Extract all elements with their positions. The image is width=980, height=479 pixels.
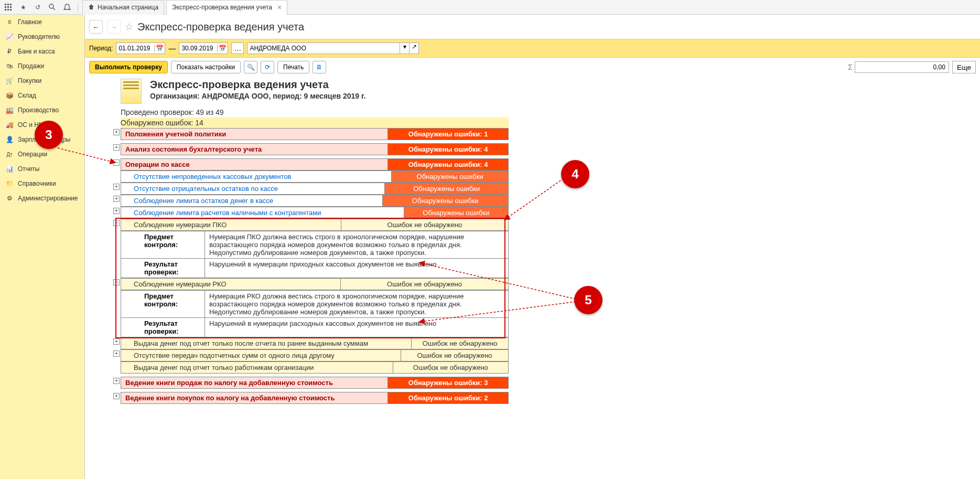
truck-icon: 🚚: [5, 121, 14, 129]
history-icon[interactable]: ↺: [31, 1, 44, 14]
collapse-toggle[interactable]: −: [113, 220, 120, 226]
top-toolbar: ★ ↺ Начальная страница Экспресс-проверка…: [0, 0, 980, 15]
expand-toggle[interactable]: +: [113, 129, 120, 135]
forward-button[interactable]: →: [107, 20, 121, 34]
check-name[interactable]: Выдача денег под отчет только после отче…: [121, 338, 412, 349]
date-to-input[interactable]: 📅: [179, 42, 228, 54]
favorite-icon[interactable]: ☆: [125, 21, 133, 33]
collapse-toggle[interactable]: −: [113, 159, 120, 166]
svg-rect-1: [7, 4, 9, 5]
apps-icon[interactable]: [2, 1, 15, 14]
errors-found: Обнаружено ошибок: 14: [121, 118, 509, 128]
bell-icon[interactable]: [61, 1, 73, 14]
section-status: Обнаружены ошибки: 1: [388, 129, 509, 140]
svg-rect-3: [5, 6, 6, 8]
print-button[interactable]: Печать: [277, 61, 309, 73]
back-button[interactable]: ←: [89, 20, 103, 34]
report-title: Экспресс-проверка ведения учета: [150, 79, 365, 91]
section-status: Обнаружены ошибки: 3: [388, 377, 509, 389]
tab-current-label: Экспресс-проверка ведения учета: [172, 4, 272, 11]
sidebar-item-sales[interactable]: 🛍Продажи: [0, 59, 84, 73]
svg-rect-2: [10, 4, 12, 5]
tab-current[interactable]: Экспресс-проверка ведения учета ×: [166, 0, 287, 15]
date-to-field[interactable]: [179, 45, 217, 52]
section-name[interactable]: Анализ состояния бухгалтерского учета: [121, 144, 388, 155]
tab-home[interactable]: Начальная страница: [82, 0, 164, 15]
bars-icon: 📊: [5, 165, 14, 173]
check-name[interactable]: Соблюдение нумерации РКО: [121, 279, 341, 290]
sidebar-item-operations[interactable]: ДтОперации: [0, 147, 84, 162]
period-picker-button[interactable]: …: [231, 42, 244, 54]
expand-toggle[interactable]: +: [113, 184, 120, 190]
check-status: Ошибок не обнаружено: [341, 219, 508, 231]
search-icon[interactable]: [46, 1, 59, 14]
section-name[interactable]: Ведение книги покупок по налогу на добав…: [121, 392, 388, 404]
sidebar-item-refs[interactable]: 📁Справочники: [0, 176, 84, 191]
period-label: Период:: [89, 45, 113, 52]
sidebar-item-main[interactable]: ≡Главное: [0, 15, 84, 29]
expand-toggle[interactable]: +: [113, 144, 120, 151]
divider: [78, 2, 78, 13]
sidebar-item-admin[interactable]: ⚙Администрирование: [0, 191, 84, 206]
check-status: Обнаружены ошибки: [385, 183, 509, 195]
show-settings-button[interactable]: Показать настройки: [171, 61, 241, 73]
check-status: Ошибок не обнаружено: [341, 279, 509, 290]
expand-toggle[interactable]: +: [113, 196, 120, 202]
section-name[interactable]: Положения учетной политики: [121, 129, 388, 140]
check-name[interactable]: Отсутствие отрицательных остатков по кас…: [121, 183, 385, 195]
sidebar-item-reports[interactable]: 📊Отчеты: [0, 162, 84, 176]
sidebar: ≡Главное 📈Руководителю ₽Банк и касса 🛍Пр…: [0, 15, 85, 479]
chart-icon: 📈: [5, 33, 14, 41]
section-name[interactable]: Операции по кассе: [121, 159, 388, 171]
action-row: Выполнить проверку Показать настройки 🔍 …: [85, 58, 980, 77]
check-name[interactable]: Выдача денег под отчет только работникам…: [121, 362, 393, 374]
sidebar-item-purchases[interactable]: 🛒Покупки: [0, 73, 84, 88]
calendar-icon[interactable]: 📅: [154, 45, 165, 52]
svg-rect-7: [7, 9, 9, 10]
close-icon[interactable]: ×: [277, 3, 282, 12]
check-name[interactable]: Отсутствие передач подотчетных сумм от о…: [121, 350, 401, 361]
section-name[interactable]: Ведение книги продаж по налогу на добавл…: [121, 377, 388, 389]
expand-toggle[interactable]: +: [113, 350, 120, 357]
filter-row: Период: 📅 — 📅 … ▾ ↗: [85, 39, 980, 58]
factory-icon: 🏭: [5, 106, 14, 114]
star-icon[interactable]: ★: [17, 1, 29, 14]
svg-rect-0: [5, 4, 6, 5]
collapse-toggle[interactable]: −: [113, 279, 120, 285]
calendar-icon[interactable]: 📅: [217, 45, 228, 52]
expand-toggle[interactable]: +: [113, 338, 120, 345]
section-status: Обнаружены ошибки: 4: [388, 144, 509, 155]
chevron-down-icon[interactable]: ▾: [400, 43, 409, 54]
sum-field[interactable]: [855, 61, 949, 73]
check-name[interactable]: Соблюдение нумерации ПКО: [121, 219, 341, 231]
open-icon[interactable]: ↗: [409, 43, 418, 54]
check-name[interactable]: Отсутствие непроведенных кассовых докуме…: [121, 171, 392, 183]
run-check-button[interactable]: Выполнить проверку: [89, 61, 168, 73]
sidebar-item-production[interactable]: 🏭Производство: [0, 103, 84, 118]
main: ← → ☆ Экспресс-проверка ведения учета Пе…: [85, 15, 980, 479]
check-name[interactable]: Соблюдение лимита расчетов наличными с к…: [121, 207, 404, 219]
expand-toggle[interactable]: +: [113, 208, 120, 214]
cart-icon: 🛒: [5, 77, 14, 85]
report-subtitle: Организация: АНДРОМЕДА ООО, период: 9 ме…: [150, 92, 365, 100]
detail-result: Нарушений в нумерации приходных кассовых…: [205, 259, 509, 278]
sidebar-item-bank[interactable]: ₽Банк и касса: [0, 44, 84, 59]
expand-toggle[interactable]: +: [113, 393, 120, 399]
detail-subject: Нумерация ПКО должна вестись строго в хр…: [205, 231, 509, 259]
org-select[interactable]: ▾ ↗: [247, 42, 419, 54]
svg-rect-8: [10, 9, 12, 10]
preview-button[interactable]: 🗎: [313, 61, 326, 73]
date-from-input[interactable]: 📅: [116, 42, 165, 54]
check-status: Ошибок не обнаружено: [401, 350, 508, 361]
expand-toggle[interactable]: +: [113, 378, 120, 384]
org-field[interactable]: [247, 43, 400, 54]
find-button[interactable]: 🔍: [244, 61, 257, 73]
more-button[interactable]: Еще: [952, 61, 976, 73]
sidebar-item-manager[interactable]: 📈Руководителю: [0, 29, 84, 44]
tab-home-label: Начальная страница: [98, 4, 158, 11]
date-from-field[interactable]: [116, 45, 154, 52]
refresh-button[interactable]: ⟳: [261, 61, 274, 73]
sidebar-item-stock[interactable]: 📦Склад: [0, 88, 84, 103]
box-icon: 📦: [5, 91, 14, 100]
check-name[interactable]: Соблюдение лимита остатков денег в кассе: [121, 195, 383, 207]
